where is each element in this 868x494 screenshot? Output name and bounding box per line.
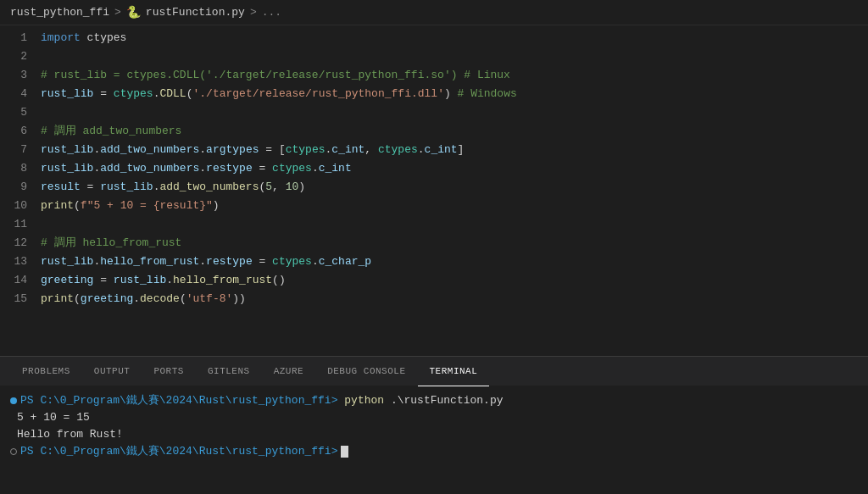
terminal-output-1: 5 + 10 = 15	[10, 409, 858, 426]
terminal-out1: 5 + 10 = 15	[10, 409, 90, 426]
tab-output[interactable]: OUTPUT	[82, 357, 142, 386]
breadcrumb-sep1: >	[114, 6, 121, 19]
terminal-prompt-1: PS C:\0_Program\鐵人賽\2024\Rust\rust_pytho…	[20, 392, 337, 409]
terminal-dot-1	[10, 397, 17, 404]
breadcrumb-filename: rustFunction.py	[146, 6, 245, 19]
terminal-cmd: python	[344, 392, 384, 409]
code-line-5: 5	[0, 103, 868, 122]
code-editor: 1 import ctypes 2 3 # rust_lib = ctypes.…	[0, 25, 868, 356]
code-line-10: 10 print(f"5 + 10 = {result}")	[0, 197, 868, 215]
code-line-2: 2	[0, 47, 868, 66]
breadcrumb-ellipsis: ...	[262, 6, 281, 19]
code-line-3: 3 # rust_lib = ctypes.CDLL('./target/rel…	[0, 66, 868, 85]
breadcrumb-folder: rust_python_ffi	[10, 6, 109, 19]
terminal-output-2: Hello from Rust!	[10, 426, 858, 443]
code-line-13: 13 rust_lib.hello_from_rust.restype = ct…	[0, 253, 868, 271]
code-line-9: 9 result = rust_lib.add_two_numbers(5, 1…	[0, 178, 868, 197]
terminal-line-1: PS C:\0_Program\鐵人賽\2024\Rust\rust_pytho…	[10, 392, 858, 409]
terminal-prompt-2: PS C:\0_Program\鐵人賽\2024\Rust\rust_pytho…	[20, 443, 337, 460]
code-line-6: 6 # 調用 add_two_numbers	[0, 122, 868, 141]
tab-gitlens[interactable]: GITLENS	[196, 357, 262, 386]
tab-ports[interactable]: PORTS	[142, 357, 196, 386]
code-line-4: 4 rust_lib = ctypes.CDLL('./target/relea…	[0, 85, 868, 103]
code-line-12: 12 # 調用 hello_from_rust	[0, 234, 868, 253]
tab-debug-console[interactable]: DEBUG CONSOLE	[315, 357, 417, 386]
code-line-8: 8 rust_lib.add_two_numbers.restype = cty…	[0, 159, 868, 178]
tab-azure[interactable]: AZURE	[262, 357, 316, 386]
code-line-11: 11	[0, 215, 868, 234]
code-line-15: 15 print(greeting.decode('utf-8'))	[0, 290, 868, 308]
tab-terminal[interactable]: TERMINAL	[418, 357, 490, 386]
title-bar: rust_python_ffi > 🐍 rustFunction.py > ..…	[0, 0, 868, 25]
terminal-dot-2	[10, 448, 17, 455]
breadcrumb-sep2: >	[250, 6, 257, 19]
terminal-out2: Hello from Rust!	[10, 426, 123, 443]
terminal-line-2: PS C:\0_Program\鐵人賽\2024\Rust\rust_pytho…	[10, 443, 858, 460]
terminal-panel: PS C:\0_Program\鐵人賽\2024\Rust\rust_pytho…	[0, 386, 868, 492]
code-line-1: 1 import ctypes	[0, 29, 868, 47]
terminal-arg: .\rustFunction.py	[384, 392, 503, 409]
tab-problems[interactable]: PROBLEMS	[10, 357, 82, 386]
panel-tabs: PROBLEMS OUTPUT PORTS GITLENS AZURE DEBU…	[0, 356, 868, 386]
terminal-cursor	[341, 446, 348, 458]
file-icon: 🐍	[126, 5, 141, 19]
code-line-7: 7 rust_lib.add_two_numbers.argtypes = [c…	[0, 141, 868, 159]
code-line-14: 14 greeting = rust_lib.hello_from_rust()	[0, 271, 868, 290]
